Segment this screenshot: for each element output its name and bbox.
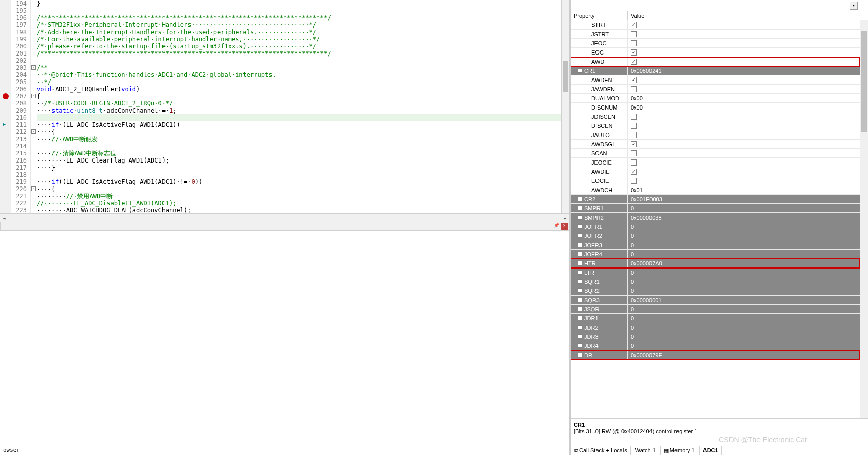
property-row[interactable]: EOC ✓ [571,48,860,57]
property-value[interactable]: 0 [628,277,860,286]
property-row[interactable]: JAWDEN [571,85,860,94]
property-value[interactable]: 0 [628,341,860,350]
scroll-right-icon[interactable]: ► [561,214,569,222]
checkbox[interactable] [631,178,637,184]
breakpoint-gutter[interactable]: ▶ [0,0,11,213]
checkbox[interactable] [631,40,637,46]
checkbox[interactable]: ✓ [631,77,637,83]
close-icon[interactable]: ✕ [561,223,568,230]
property-value[interactable] [628,130,860,139]
property-value[interactable]: ✓ [628,167,860,176]
property-row[interactable]: +SQR2 0 [571,286,860,296]
property-row[interactable]: AWDCH 0x01 [571,185,860,195]
property-value[interactable]: 0x00000001 [628,296,860,304]
property-value[interactable]: ✓ [628,57,860,66]
checkbox[interactable]: ✓ [631,59,637,65]
property-row[interactable]: +SMPR2 0x00000038 [571,213,860,222]
tab-watch[interactable]: Watch 1 [632,446,659,455]
tree-toggle-icon[interactable]: + [578,261,582,265]
tree-toggle-icon[interactable]: + [578,334,582,339]
property-row[interactable]: DUALMOD 0x00 [571,94,860,103]
property-row[interactable]: JDISCEN [571,112,860,121]
property-row[interactable]: DISCEN [571,121,860,130]
scroll-left-icon[interactable]: ◄ [0,214,8,222]
checkbox[interactable] [631,86,637,92]
property-value[interactable]: 0x00 [628,94,860,102]
tree-toggle-icon[interactable]: + [578,343,582,348]
property-value[interactable]: ✓ [628,20,860,29]
horizontal-scrollbar[interactable]: ◄ ► [0,213,569,222]
property-value[interactable] [628,158,860,167]
property-row[interactable]: +DR 0x0000079F [571,351,860,360]
property-row[interactable]: JEOC [571,39,860,48]
checkbox[interactable]: ✓ [631,22,637,28]
property-value[interactable]: 0 [628,222,860,231]
property-value[interactable]: 0 [628,231,860,240]
tree-toggle-icon[interactable]: + [578,307,582,311]
property-value[interactable]: 0 [628,323,860,332]
property-row[interactable]: JAUTO [571,130,860,140]
dropdown-icon[interactable]: ▾ [850,2,858,10]
property-value[interactable]: ✓ [628,48,860,57]
code-content[interactable]: }/**************************************… [37,0,561,213]
property-row[interactable]: +JDR2 0 [571,323,860,332]
property-row[interactable]: +SQR3 0x00000001 [571,296,860,305]
property-row[interactable]: +LTR 0 [571,268,860,277]
tab-memory[interactable]: ▦ Memory 1 [660,446,698,455]
property-row[interactable]: +SQR1 0 [571,277,860,286]
tree-toggle-icon[interactable]: + [578,353,582,357]
property-value[interactable]: 0 [628,286,860,295]
property-value[interactable]: ✓ [628,75,860,84]
tree-toggle-icon[interactable]: + [578,233,582,238]
tree-toggle-icon[interactable]: + [578,279,582,284]
property-scrollbar[interactable] [860,20,868,418]
property-row[interactable]: +JOFR4 0 [571,250,860,259]
property-row[interactable]: +JSQR 0 [571,305,860,314]
checkbox[interactable] [631,31,637,37]
tab-adc[interactable]: ADC1 [699,446,722,455]
property-value[interactable]: 0 [628,250,860,258]
property-value[interactable]: ✓ [628,140,860,148]
property-value[interactable]: 0 [628,332,860,341]
tab-callstack[interactable]: ⧉ Call Stack + Locals [571,446,631,455]
fold-gutter[interactable]: ----- [31,0,37,213]
property-value[interactable]: 0x00000038 [628,213,860,222]
checkbox[interactable] [631,159,637,166]
checkbox[interactable] [631,132,637,138]
checkbox[interactable]: ✓ [631,169,637,175]
property-value[interactable]: 0 [628,314,860,323]
property-value[interactable]: 0x0000079F [628,351,860,359]
pin-icon[interactable]: 📌 [553,223,560,230]
browser-tab[interactable]: owser [1,447,22,453]
tree-toggle-icon[interactable]: + [578,316,582,320]
property-value[interactable] [628,112,860,121]
property-row[interactable]: +JDR1 0 [571,314,860,323]
property-value[interactable]: 0x01 [628,185,860,194]
code-editor[interactable]: ▶ 19419519619719819920020120220320420520… [0,0,569,213]
property-grid[interactable]: STRT ✓ JSTRT JEOC EOC ✓ AWD ✓ [571,20,860,418]
property-value[interactable] [628,121,860,130]
property-row[interactable]: +JOFR3 0 [571,240,860,250]
property-value[interactable]: 0 [628,268,860,277]
tree-toggle-icon[interactable]: + [578,252,582,256]
tree-toggle-icon[interactable]: + [578,243,582,247]
checkbox[interactable]: ✓ [631,141,637,147]
checkbox[interactable]: ✓ [631,49,637,56]
property-row[interactable]: JSTRT [571,30,860,39]
checkbox[interactable] [631,123,637,129]
property-row[interactable]: +JOFR1 0 [571,222,860,231]
property-value[interactable]: 0x00800241 [628,66,860,75]
vertical-scrollbar[interactable] [561,0,569,213]
tree-toggle-icon[interactable]: + [578,206,582,210]
property-row[interactable]: AWDIE ✓ [571,167,860,176]
checkbox[interactable] [631,150,637,156]
property-row[interactable]: SCAN [571,149,860,158]
property-row[interactable]: +JOFR2 0 [571,231,860,240]
property-value[interactable] [628,176,860,185]
property-row[interactable]: +HTR 0x000007A0 [571,259,860,268]
property-row[interactable]: JEOCIE [571,158,860,167]
property-row[interactable]: +SMPR1 0 [571,204,860,213]
tree-toggle-icon[interactable]: + [578,197,582,201]
tree-toggle-icon[interactable]: + [578,288,582,293]
property-value[interactable]: 0x000007A0 [628,259,860,267]
